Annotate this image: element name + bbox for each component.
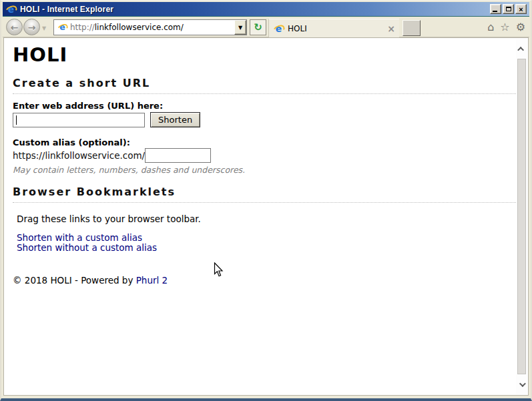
url-input-row: Shorten [13,112,516,127]
link-shorten-with-alias[interactable]: Shorten with a custom alias [17,233,516,243]
home-icon[interactable]: ⌂ [487,20,494,35]
address-dropdown-button[interactable]: ▼ [234,20,246,35]
navigation-toolbar: ← → ▼ e http://linkfollowservice.com/ ▼ … [3,17,529,37]
address-bar[interactable]: e http://linkfollowservice.com/ ▼ [53,19,247,35]
create-short-url-heading: Create a short URL [13,77,516,94]
tab-title: HOLI [288,24,387,33]
close-icon: × [519,5,523,13]
text-caret [16,115,17,125]
tab-holi[interactable]: e HOLI × [268,19,399,37]
bookmarklet-links: Shorten with a custom alias Shorten with… [17,233,516,253]
page-body: HOLI Create a short URL Enter web addres… [5,38,516,394]
favorites-star-icon[interactable]: ☆ [500,20,509,35]
tab-close-icon[interactable]: × [387,24,395,33]
browser-window: e HOLI - Internet Explorer × ← → ▼ e htt… [0,0,532,401]
alias-hint: May contain letters, numbers, dashes and… [13,165,516,175]
phurl-link[interactable]: Phurl 2 [136,275,168,286]
ie-logo-icon: e [5,4,17,15]
vertical-scrollbar[interactable] [516,39,527,394]
close-button[interactable]: × [515,4,527,14]
window-title: HOLI - Internet Explorer [20,5,489,14]
maximize-icon [506,7,511,11]
alias-block: Custom alias (optional): https://linkfol… [13,137,516,175]
url-input-wrapper [13,113,145,127]
scrollbar-thumb[interactable] [517,59,526,374]
address-url[interactable]: http://linkfollowservice.com/ [70,23,234,32]
footer: © 2018 HOLI - Powered by Phurl 2 [13,275,516,286]
address-host: linkfollowservice.com/ [95,23,184,32]
window-frame: e HOLI - Internet Explorer × ← → ▼ e htt… [0,0,532,401]
history-dropdown-icon[interactable]: ▼ [42,25,46,31]
minimize-icon [493,11,497,12]
back-icon: ← [11,22,19,33]
new-tab-button[interactable] [403,20,421,36]
alias-input[interactable] [145,148,211,163]
back-button[interactable]: ← [6,19,23,35]
url-input[interactable] [13,113,145,127]
tab-ie-icon: e [273,23,284,34]
alias-prefix: https://linkfollowservice.com/ [13,150,145,161]
chevron-down-icon [519,380,526,387]
alias-row: https://linkfollowservice.com/ [13,148,516,163]
bookmarklets-heading: Browser Bookmarklets [13,185,516,203]
alias-label: Custom alias (optional): [13,137,516,147]
shorten-button[interactable]: Shorten [150,112,200,127]
scroll-down-button[interactable] [516,376,527,393]
forward-icon: → [28,22,36,33]
scroll-up-button[interactable] [516,40,527,57]
refresh-button[interactable]: ↻ [250,19,266,35]
copyright-text: © 2018 HOLI - Powered by [13,275,136,286]
chevron-up-icon [517,46,524,53]
link-shorten-without-alias[interactable]: Shorten without a custom alias [17,243,516,253]
page-title: HOLI [13,43,516,66]
address-dropdown-icon: ▼ [238,25,242,31]
forward-button[interactable]: → [23,19,40,35]
settings-gear-icon[interactable]: ⚙ [516,20,525,35]
refresh-icon: ↻ [254,21,262,33]
bookmarklets-instruction: Drag these links to your browser toolbar… [17,214,516,224]
title-bar[interactable]: e HOLI - Internet Explorer × [3,2,529,17]
minimize-button[interactable] [490,4,501,14]
toolbar-icons: ⌂ ☆ ⚙ [487,20,525,35]
address-protocol: http:// [70,23,95,32]
url-label: Enter web address (URL) here: [13,101,516,111]
browser-viewport: HOLI Create a short URL Enter web addres… [3,37,529,396]
maximize-button[interactable] [503,4,514,14]
address-ie-icon: e [57,23,67,32]
